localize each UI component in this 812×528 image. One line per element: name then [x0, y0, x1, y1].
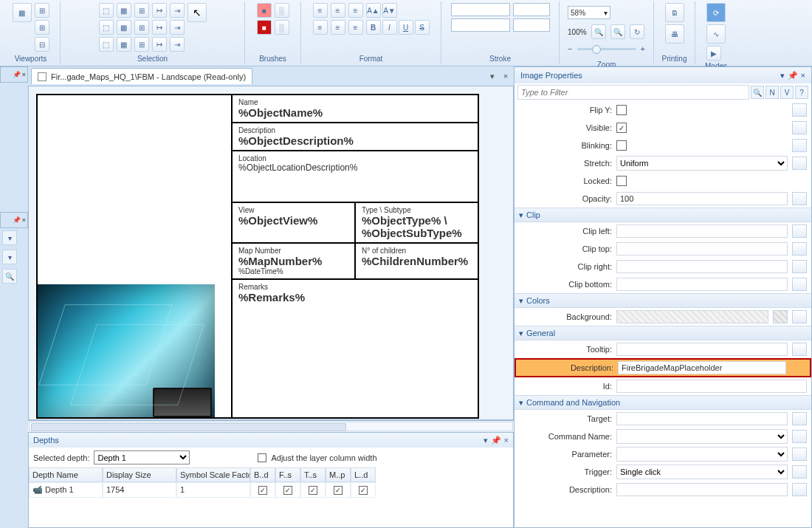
selection-icon[interactable]: ⬚ — [99, 3, 114, 18]
section-header-command[interactable]: ▾Command and Navigation — [515, 395, 811, 410]
clip-bottom-input[interactable] — [616, 278, 788, 291]
align-left-icon[interactable]: ≡ — [313, 3, 328, 18]
print-icon[interactable]: 🖶 — [665, 24, 684, 44]
column-header[interactable]: Symbol Scale Factor — [176, 467, 250, 482]
depth-row-cell[interactable]: 1 — [176, 482, 250, 498]
align-icon[interactable]: ⇥ — [170, 20, 185, 35]
search-icon[interactable]: 🔍 — [2, 269, 17, 284]
dropdown-icon[interactable]: ▾ — [2, 250, 17, 264]
selection-icon[interactable]: ▦ — [117, 37, 131, 52]
checkbox[interactable]: ✓ — [258, 486, 267, 495]
swatch-button[interactable] — [792, 224, 807, 238]
filter-v-button[interactable]: V — [780, 86, 794, 99]
swatch-button[interactable] — [792, 483, 807, 496]
column-header[interactable]: L..d — [351, 467, 376, 482]
document-tab[interactable]: Fir...gade_Maps_HQ_1\FBM - Landscape (Re… — [31, 68, 252, 84]
checkbox[interactable]: ✓ — [334, 486, 343, 495]
pane-tab[interactable]: 📌× — [0, 212, 28, 228]
close-icon[interactable]: × — [500, 71, 511, 81]
close-icon[interactable]: × — [504, 436, 509, 445]
target-input[interactable] — [616, 412, 788, 425]
flipy-checkbox[interactable] — [616, 105, 627, 115]
filter-help-button[interactable]: ? — [795, 86, 808, 99]
mode-icon[interactable]: ∿ — [706, 24, 726, 44]
brush-icon[interactable]: ░ — [275, 20, 289, 35]
adjust-checkbox[interactable] — [258, 453, 266, 462]
chevron-down-icon[interactable]: ▾ — [780, 71, 785, 80]
column-header[interactable]: Depth Name — [29, 467, 103, 482]
swatch-button[interactable] — [792, 343, 807, 356]
selection-icon[interactable]: ⬚ — [99, 37, 114, 52]
swatch-button[interactable] — [792, 192, 807, 205]
parameter-select[interactable] — [616, 447, 788, 462]
visible-checkbox[interactable]: ✓ — [616, 123, 627, 133]
selection-icon[interactable]: ▦ — [117, 3, 131, 18]
swatch-button[interactable] — [792, 139, 807, 152]
brush-icon[interactable]: ■ — [257, 20, 272, 35]
zoom-in-icon[interactable]: 🔍 — [591, 24, 606, 39]
page-preview[interactable]: Name%ObjectName% Description%ObjectDescr… — [36, 94, 479, 419]
blinking-checkbox[interactable] — [616, 140, 627, 151]
swatch-button[interactable] — [792, 278, 807, 291]
swatch-button[interactable] — [792, 430, 807, 443]
id-input[interactable] — [616, 380, 807, 393]
swatch-button[interactable] — [792, 412, 807, 425]
zoom-icon[interactable]: 🔍 — [610, 24, 625, 39]
close-icon[interactable]: × — [801, 71, 805, 80]
section-header-colors[interactable]: ▾Colors — [515, 293, 811, 308]
tooltip-input[interactable] — [616, 343, 788, 356]
swatch-button[interactable] — [792, 310, 807, 323]
commandname-select[interactable] — [616, 429, 788, 444]
align-icon[interactable]: ↦ — [152, 37, 167, 52]
clip-right-input[interactable] — [616, 260, 788, 273]
filter-search-button[interactable]: 🔍 — [751, 86, 764, 99]
align-right-icon[interactable]: ≡ — [348, 20, 363, 35]
section-header-general[interactable]: ▾General — [515, 326, 811, 340]
swatch-button[interactable] — [792, 260, 807, 273]
font-increase-icon[interactable]: A▲ — [366, 3, 381, 18]
align-icon[interactable]: ⇥ — [170, 37, 185, 52]
brush-icon[interactable]: ■ — [257, 3, 272, 18]
bold-icon[interactable]: B — [366, 20, 381, 35]
zoom-icon[interactable]: ↻ — [630, 24, 644, 39]
clip-top-input[interactable] — [616, 242, 788, 256]
zoom-combo[interactable]: 58%▾ — [568, 6, 610, 19]
dropdown-icon[interactable]: ▾ — [2, 230, 17, 245]
selected-depth-select[interactable]: Depth 1 — [94, 450, 190, 464]
align-left-icon[interactable]: ≡ — [313, 20, 328, 35]
filter-input[interactable] — [517, 85, 749, 100]
column-header[interactable]: F..s — [275, 467, 300, 482]
strike-icon[interactable]: S — [415, 20, 430, 35]
chevron-down-icon[interactable]: ▾ — [484, 436, 488, 445]
swatch-button[interactable] — [792, 448, 807, 461]
selection-icon[interactable]: ⊞ — [134, 3, 149, 18]
swatch-button[interactable] — [792, 157, 807, 170]
stroke-combo[interactable] — [513, 3, 550, 16]
filter-n-button[interactable]: N — [765, 86, 779, 99]
stretch-select[interactable]: Uniform — [616, 156, 788, 171]
trigger-select[interactable]: Single click — [616, 464, 788, 479]
column-header[interactable]: B..d — [250, 467, 275, 482]
checkbox[interactable]: ✓ — [283, 486, 292, 495]
swatch-button[interactable] — [792, 242, 807, 256]
pin-icon[interactable]: 📌 — [788, 71, 798, 80]
mode-play-icon[interactable]: ▶ — [706, 46, 721, 61]
selection-icon[interactable]: ⬚ — [99, 20, 114, 35]
viewport-icon[interactable]: ▦ — [13, 3, 32, 22]
clip-left-input[interactable] — [616, 224, 788, 238]
viewport-tool[interactable]: ⊞ — [35, 3, 49, 18]
selection-icon[interactable]: ⊞ — [134, 20, 149, 35]
checkbox[interactable]: ✓ — [309, 486, 317, 495]
align-icon[interactable]: ↦ — [152, 3, 167, 18]
viewport-tool[interactable]: ⊞ — [35, 20, 49, 35]
column-header[interactable]: M..p — [326, 467, 351, 482]
underline-icon[interactable]: U — [399, 20, 413, 35]
align-icon[interactable]: ↦ — [152, 20, 167, 35]
font-decrease-icon[interactable]: A▼ — [382, 3, 397, 18]
background-color-input[interactable] — [616, 310, 768, 323]
italic-icon[interactable]: I — [382, 20, 397, 35]
swatch-button[interactable] — [792, 465, 807, 479]
description-input[interactable]: FireBrigadeMapPlaceholder — [618, 361, 786, 374]
mode-icon[interactable]: ⟳ — [706, 3, 726, 22]
stroke-combo[interactable] — [513, 18, 550, 32]
